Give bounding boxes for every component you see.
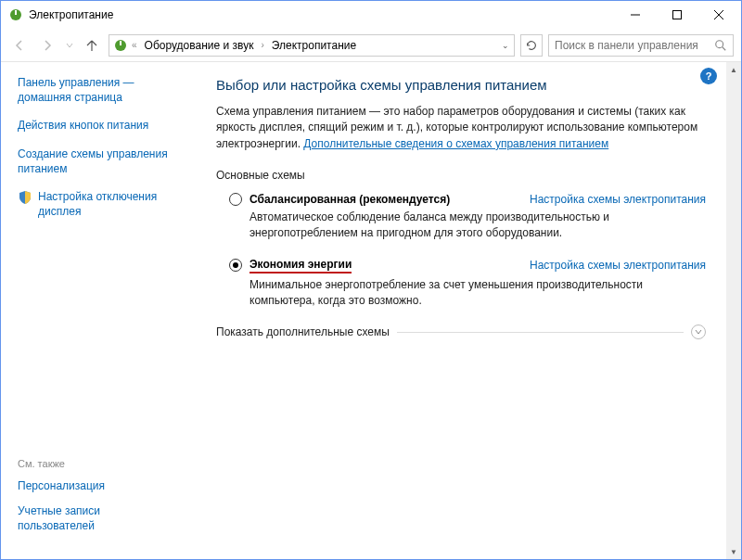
scroll-down-icon[interactable]: ▼: [726, 544, 741, 559]
page-description: Схема управления питанием — это набор па…: [216, 104, 706, 152]
maximize-button[interactable]: [656, 2, 697, 28]
back-button[interactable]: [8, 34, 31, 57]
chevron-left-icon: «: [132, 40, 137, 50]
see-also-header: См. также: [18, 458, 175, 469]
svg-rect-7: [120, 41, 122, 45]
search-icon: [714, 39, 727, 52]
close-button[interactable]: [697, 2, 739, 28]
plan-power-saver-settings-link[interactable]: Настройка схемы электропитания: [530, 259, 706, 272]
section-basic-plans: Основные схемы: [216, 169, 706, 182]
search-box[interactable]: [548, 34, 734, 57]
plan-description: Автоматическое соблюдение баланса между …: [229, 210, 706, 241]
sidebar: Панель управления — домашняя страница Де…: [1, 62, 186, 559]
see-also: См. также Персонализация Учетные записи …: [18, 458, 175, 542]
main-content: ? Выбор или настройка схемы управления п…: [186, 62, 726, 559]
radio-icon: [229, 193, 242, 206]
expand-additional-plans[interactable]: Показать дополнительные схемы: [216, 325, 706, 339]
vertical-scrollbar[interactable]: ▲ ▼: [726, 62, 741, 559]
expand-label: Показать дополнительные схемы: [216, 325, 390, 338]
power-options-icon: [8, 7, 23, 22]
svg-rect-3: [672, 11, 681, 19]
sidebar-item-button-actions[interactable]: Действия кнопок питания: [18, 118, 170, 133]
svg-line-9: [723, 46, 726, 50]
up-button[interactable]: [81, 34, 103, 57]
page-title: Выбор или настройка схемы управления пит…: [216, 77, 706, 93]
sidebar-item-create-plan[interactable]: Создание схемы управления питанием: [18, 146, 170, 176]
more-info-link[interactable]: Дополнительные сведения о схемах управле…: [303, 137, 608, 150]
search-input[interactable]: [555, 39, 709, 52]
minimize-button[interactable]: [614, 2, 656, 28]
see-also-accounts[interactable]: Учетные записи пользователей: [18, 503, 175, 533]
power-options-icon: [113, 38, 128, 53]
chevron-right-icon: ›: [261, 40, 263, 50]
help-button[interactable]: ?: [700, 68, 717, 84]
refresh-button[interactable]: [520, 34, 543, 57]
sidebar-item-home[interactable]: Панель управления — домашняя страница: [18, 75, 170, 105]
divider: [397, 332, 684, 333]
scroll-up-icon[interactable]: ▲: [726, 62, 741, 77]
plan-balanced-radio[interactable]: Сбалансированная (рекомендуется): [229, 193, 450, 206]
navigation-bar: « Оборудование и звук › Электропитание ⌄: [1, 29, 741, 62]
plan-description: Минимальное энергопотребление за счет ум…: [229, 277, 706, 309]
recent-dropdown[interactable]: [64, 34, 75, 57]
chevron-down-icon[interactable]: [691, 325, 706, 339]
titlebar: Электропитание: [1, 1, 741, 29]
plan-power-saver: Экономия энергии Настройка схемы электро…: [216, 258, 706, 309]
svg-point-8: [716, 40, 723, 47]
breadcrumb-hardware[interactable]: Оборудование и звук: [141, 37, 258, 54]
radio-selected-icon: [229, 259, 242, 272]
breadcrumb-power[interactable]: Электропитание: [268, 37, 360, 54]
forward-button[interactable]: [36, 34, 58, 57]
plan-balanced: Сбалансированная (рекомендуется) Настрой…: [216, 193, 706, 241]
window-controls: [614, 2, 739, 28]
plan-balanced-settings-link[interactable]: Настройка схемы электропитания: [530, 193, 706, 206]
svg-rect-1: [15, 10, 17, 15]
scroll-track[interactable]: [726, 77, 741, 544]
sidebar-item-label: Настройка отключения дисплея: [38, 189, 170, 219]
see-also-personalization[interactable]: Персонализация: [18, 478, 175, 493]
plan-power-saver-radio[interactable]: Экономия энергии: [229, 258, 352, 274]
window-title: Электропитание: [29, 8, 614, 21]
plan-name: Экономия энергии: [249, 258, 352, 274]
sidebar-item-display-off[interactable]: Настройка отключения дисплея: [18, 189, 170, 219]
address-bar[interactable]: « Оборудование и звук › Электропитание ⌄: [109, 34, 515, 57]
plan-name: Сбалансированная (рекомендуется): [249, 193, 450, 206]
shield-icon: [18, 190, 32, 205]
address-dropdown[interactable]: ⌄: [499, 41, 512, 50]
